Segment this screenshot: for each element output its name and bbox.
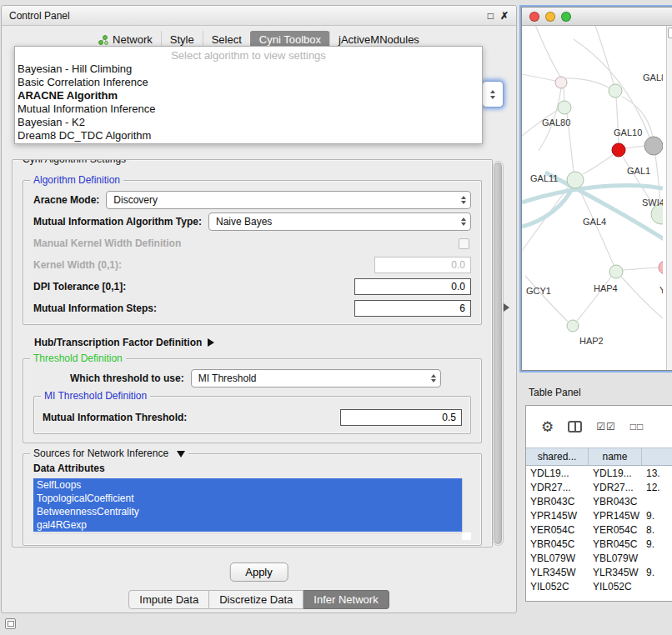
mi-threshold-definition-group: MI Threshold Definition Mutual Informati… [33, 396, 471, 434]
column-header-name[interactable]: name [589, 448, 642, 465]
table-row[interactable]: YPR145WYPR145W9. [526, 508, 672, 522]
columns-icon-shape [568, 421, 582, 432]
network-node[interactable] [567, 320, 579, 332]
select-all-columns-icon[interactable]: ☑☑ [596, 421, 616, 432]
mi-threshold-definition-title: MI Threshold Definition [41, 390, 150, 402]
column-header-shared[interactable]: shared... [526, 448, 589, 465]
mi-type-label: Mutual Information Algorithm Type: [33, 216, 202, 228]
network-node[interactable] [612, 143, 625, 157]
bottom-tab-impute-data[interactable]: Impute Data [128, 590, 209, 609]
dropdown-item-dream8-dc-tdc-algorithm[interactable]: Dream8 DC_TDC Algorithm [15, 129, 482, 142]
close-window-icon[interactable]: ✗ [500, 10, 509, 22]
dropdown-item-bayesian-k2[interactable]: Bayesian - K2 [15, 116, 482, 129]
tab-label: Network [113, 33, 153, 46]
column-header-2[interactable] [642, 448, 672, 465]
dropdown-item-mutual-information-inference[interactable]: Mutual Information Inference [15, 102, 482, 116]
algorithm-combobox-arrows[interactable] [482, 81, 504, 108]
table-row[interactable]: YIL052CYIL052C [526, 579, 672, 593]
settings-scrollbar[interactable] [493, 161, 504, 546]
attributes-vertical-scrollbar[interactable] [462, 478, 471, 532]
table-cell: YLR345W [589, 567, 642, 578]
attributes-horizontal-scrollbar[interactable] [33, 532, 462, 540]
table-cell: YDL19... [589, 468, 642, 479]
network-node[interactable] [659, 261, 663, 274]
hub-definition-section-header[interactable]: Hub/Transcription Factor Definition [34, 335, 480, 350]
window-title: Control Panel [9, 10, 481, 22]
node-label: SWI4 [642, 198, 663, 208]
bottom-tab-discretize-data[interactable]: Discretize Data [209, 590, 303, 609]
minimized-panel-icon[interactable] [5, 618, 16, 629]
gear-icon[interactable]: ⚙ [541, 418, 554, 436]
algorithm-dropdown-popup: Select algorithm to view settings Bayesi… [14, 46, 483, 144]
network-node[interactable] [558, 101, 571, 114]
zoom-button[interactable] [561, 12, 571, 22]
network-icon [98, 35, 108, 45]
network-edge[interactable] [564, 88, 564, 101]
network-node[interactable] [644, 137, 663, 155]
minimize-button[interactable] [545, 12, 555, 22]
table-row[interactable]: YLR345WYLR345W9. [526, 565, 672, 579]
network-vertical-scrollbar[interactable] [666, 26, 672, 370]
network-window-titlebar[interactable] [522, 8, 672, 26]
sources-group-title[interactable]: Sources for Network Inference [30, 448, 188, 459]
mi-steps-label: Mutual Information Steps: [33, 302, 157, 314]
network-edge[interactable] [522, 74, 555, 81]
dropdown-arrows-icon [431, 374, 436, 382]
aracne-mode-value: Discovery [113, 194, 158, 206]
table-panel-title: Table Panel [529, 387, 581, 398]
aracne-mode-label: Aracne Mode: [33, 194, 99, 206]
table-row[interactable]: YBL079WYBL079W [526, 551, 672, 565]
network-node[interactable] [609, 265, 623, 278]
table-cell: 9. [642, 538, 672, 550]
attribute-betweennesscentrality[interactable]: BetweennessCentrality [33, 505, 462, 518]
attribute-gal4rgexp[interactable]: gal4RGexp [33, 518, 462, 532]
settings-scrollbar-thumb[interactable] [494, 162, 502, 544]
network-node[interactable] [609, 84, 622, 98]
dropdown-item-bayesian-hill-climbing[interactable]: Bayesian - Hill Climbing [15, 62, 482, 76]
table-row[interactable]: YDL19...YDL19...13. [526, 466, 672, 480]
network-node[interactable] [555, 77, 567, 88]
mi-algorithm-type-select[interactable]: Naive Bayes [208, 212, 471, 231]
network-edge[interactable] [621, 277, 663, 318]
node-label: GAL11 [530, 173, 558, 183]
table-cell: YER054C [526, 524, 589, 536]
mi-threshold-field[interactable] [340, 409, 462, 426]
network-scrollbar-thumb[interactable] [668, 28, 672, 38]
table-header-row: shared...name [526, 448, 672, 466]
network-edge[interactable] [594, 26, 614, 84]
network-edge[interactable] [625, 146, 644, 148]
attribute-selfloops[interactable]: SelfLoops [33, 478, 462, 492]
float-window-icon[interactable]: □ [488, 10, 494, 22]
table-cell: YLR345W [526, 567, 589, 578]
apply-button[interactable]: Apply [229, 562, 288, 582]
table-cell: YBL079W [589, 552, 642, 564]
close-button[interactable] [529, 12, 539, 22]
clear-columns-icon[interactable]: □□ [630, 421, 644, 432]
dpi-tolerance-label: DPI Tolerance [0,1]: [33, 281, 126, 292]
attribute-topologicalcoefficient[interactable]: TopologicalCoefficient [33, 492, 462, 505]
dpi-tolerance-field[interactable] [354, 278, 471, 295]
dropdown-item-aracne-algorithm[interactable]: ARACNE Algorithm [15, 89, 482, 102]
network-edge[interactable] [583, 155, 613, 174]
table-row[interactable]: YER054CYER054C8. [526, 522, 672, 537]
which-threshold-select[interactable]: MI Threshold [191, 369, 441, 388]
manual-kernel-checkbox[interactable] [459, 238, 469, 249]
network-edge[interactable] [534, 26, 560, 77]
kernel-width-field[interactable] [374, 257, 471, 273]
table-row[interactable]: YDR27...YDR27...12. [526, 480, 672, 494]
network-edge[interactable] [525, 276, 568, 322]
table-row[interactable]: YBR043CYBR043C [526, 494, 672, 508]
panel-divider-arrow-icon[interactable] [504, 303, 509, 312]
columns-icon[interactable] [568, 421, 582, 432]
network-edge[interactable] [623, 268, 659, 270]
node-label: GAL4 [583, 217, 606, 227]
dropdown-item-basic-correlation-inference[interactable]: Basic Correlation Inference [15, 76, 482, 89]
network-canvas[interactable]: GAL80GAL80GAL10GAL11GAL1SWI4GAL4GCY1HAP4… [522, 26, 672, 370]
table-cell: YBR043C [589, 496, 642, 508]
table-row[interactable]: YBR045CYBR045C9. [526, 537, 672, 551]
network-node[interactable] [567, 172, 584, 188]
mi-steps-field[interactable] [354, 300, 471, 317]
bottom-tab-infer-network[interactable]: Infer Network [303, 590, 389, 609]
aracne-mode-select[interactable]: Discovery [106, 191, 471, 209]
network-edge[interactable] [565, 78, 609, 88]
